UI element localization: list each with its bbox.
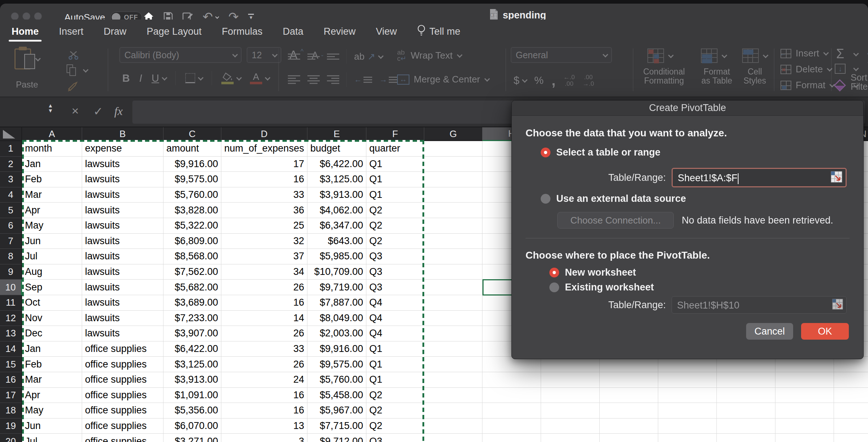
cell[interactable]: 33 [221, 341, 307, 357]
merge-center-button[interactable]: ↔ Merge & Center [397, 74, 489, 85]
align-bottom-icon[interactable] [327, 54, 339, 60]
minimize-window-button[interactable] [22, 12, 30, 20]
cell[interactable]: 36 [221, 203, 307, 218]
cell[interactable]: lawsuits [82, 280, 163, 295]
cancel-entry-icon[interactable]: × [72, 104, 79, 118]
cell[interactable] [717, 372, 775, 388]
conditional-formatting-button[interactable] [647, 48, 672, 63]
cell[interactable]: 17 [221, 157, 307, 172]
cell[interactable]: $9,712.00 [307, 434, 366, 442]
tab-view[interactable]: View [375, 22, 397, 41]
ok-button[interactable]: OK [801, 323, 849, 340]
delete-cells-button[interactable]: × Delete [780, 64, 831, 75]
cell[interactable]: $8,049.00 [307, 311, 366, 326]
row-header-19[interactable]: 19 [0, 418, 22, 434]
cell[interactable] [482, 418, 541, 434]
tab-page-layout[interactable]: Page Layout [146, 22, 203, 41]
wrap-text-button[interactable]: abc↵ Wrap Text [397, 49, 461, 61]
row-header-6[interactable]: 6 [0, 218, 22, 234]
cell[interactable]: num_of_expenses [221, 141, 307, 157]
cell[interactable]: Dec [22, 326, 82, 341]
cell[interactable]: $3,271.00 [163, 434, 221, 442]
cell[interactable]: Q1 [366, 157, 424, 172]
cell[interactable]: 16 [221, 295, 307, 311]
cell[interactable]: Q3 [366, 264, 424, 280]
column-header-B[interactable]: B [82, 127, 163, 141]
number-format-select[interactable]: General [511, 47, 612, 63]
cell[interactable]: lawsuits [82, 249, 163, 264]
select-table-range-radio[interactable]: Select a table or range [541, 147, 660, 158]
cell[interactable]: Q3 [366, 249, 424, 264]
cell[interactable]: 25 [221, 218, 307, 234]
column-header-F[interactable]: F [366, 127, 424, 141]
cell[interactable]: $5,356.00 [163, 403, 221, 418]
cell[interactable]: $4,062.00 [307, 203, 366, 218]
range-picker-icon[interactable] [832, 298, 843, 311]
row-header-1[interactable]: 1 [0, 141, 22, 157]
cell[interactable]: expense [82, 141, 163, 157]
underline-button[interactable]: U [152, 72, 166, 84]
cell[interactable] [775, 418, 834, 434]
row-header-10[interactable]: 10 [0, 280, 22, 295]
cell[interactable] [600, 388, 658, 403]
cell[interactable] [717, 403, 775, 418]
cell[interactable]: Q1 [366, 172, 424, 187]
cell[interactable]: $9,916.00 [307, 341, 366, 357]
cell[interactable]: 37 [221, 249, 307, 264]
cell[interactable]: Jun [22, 234, 82, 249]
cell[interactable]: Mar [22, 372, 82, 388]
cell[interactable]: lawsuits [82, 311, 163, 326]
cell[interactable]: lawsuits [82, 326, 163, 341]
cell[interactable]: 13 [221, 418, 307, 434]
cell[interactable] [424, 172, 482, 187]
cell[interactable] [658, 403, 717, 418]
paste-button[interactable] [14, 48, 39, 69]
cell[interactable]: Jun [22, 418, 82, 434]
close-window-button[interactable] [11, 12, 19, 20]
cell[interactable] [424, 218, 482, 234]
cell[interactable] [482, 388, 541, 403]
cell[interactable] [424, 403, 482, 418]
cell-styles-button[interactable] [742, 48, 767, 63]
cell[interactable]: 16 [221, 403, 307, 418]
cell[interactable] [834, 388, 868, 403]
cell[interactable]: office supplies [82, 403, 163, 418]
cell[interactable]: $1,091.00 [163, 388, 221, 403]
cell[interactable]: office supplies [82, 418, 163, 434]
cell[interactable]: lawsuits [82, 157, 163, 172]
column-header-D[interactable]: D [221, 127, 307, 141]
cell[interactable] [600, 372, 658, 388]
row-header-4[interactable]: 4 [0, 187, 22, 203]
cell[interactable] [600, 434, 658, 442]
font-name-select[interactable]: Calibri (Body) [119, 47, 242, 63]
row-header-2[interactable]: 2 [0, 157, 22, 172]
align-left-icon[interactable] [288, 75, 300, 84]
cell[interactable]: $7,562.00 [163, 264, 221, 280]
cell[interactable]: Jan [22, 157, 82, 172]
cell[interactable] [658, 434, 717, 442]
cell[interactable]: Q3 [366, 434, 424, 442]
cell[interactable]: Q1 [366, 187, 424, 203]
tab-formulas[interactable]: Formulas [221, 22, 263, 41]
range-picker-icon[interactable] [830, 171, 843, 184]
italic-button[interactable]: I [139, 72, 142, 84]
cell[interactable]: lawsuits [82, 203, 163, 218]
borders-button[interactable] [185, 73, 202, 83]
column-header-C[interactable]: C [163, 127, 221, 141]
format-cells-button[interactable]: Format [780, 80, 834, 91]
external-source-radio[interactable]: Use an external data source [541, 193, 686, 204]
cell[interactable]: Feb [22, 172, 82, 187]
cell[interactable] [482, 434, 541, 442]
fx-icon[interactable]: fx [114, 105, 123, 118]
existing-worksheet-radio[interactable]: Existing worksheet [549, 282, 654, 293]
row-header-3[interactable]: 3 [0, 172, 22, 187]
cell[interactable] [834, 418, 868, 434]
align-center-icon[interactable] [307, 75, 320, 84]
table-range-input-2[interactable]: Sheet1!$H$10 [672, 296, 847, 314]
cell[interactable]: Jul [22, 249, 82, 264]
decrease-decimal-button[interactable]: .00→.0 [583, 74, 594, 87]
cell[interactable] [424, 357, 482, 372]
row-header-13[interactable]: 13 [0, 326, 22, 341]
cell[interactable] [424, 418, 482, 434]
cell[interactable] [482, 372, 541, 388]
